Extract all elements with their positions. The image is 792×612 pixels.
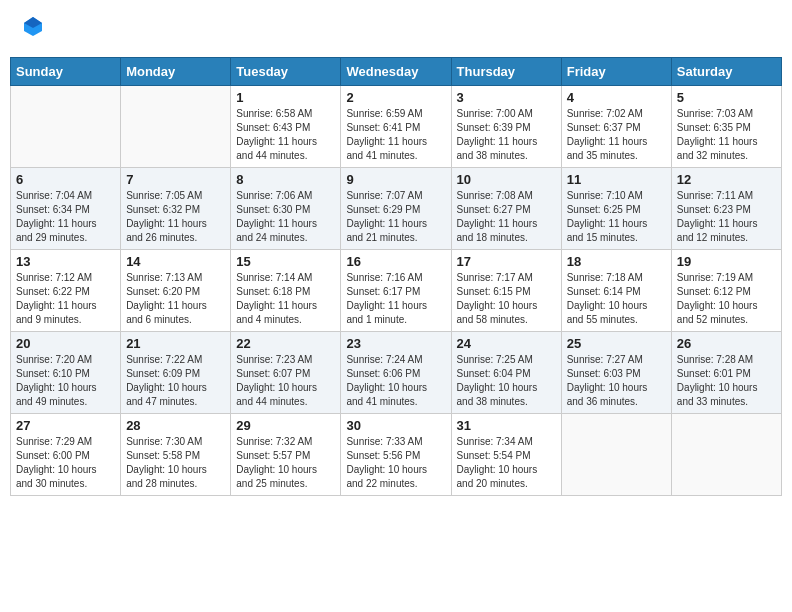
day-info: Sunrise: 7:20 AM Sunset: 6:10 PM Dayligh… bbox=[16, 353, 115, 409]
day-number: 11 bbox=[567, 172, 666, 187]
calendar-cell: 8Sunrise: 7:06 AM Sunset: 6:30 PM Daylig… bbox=[231, 167, 341, 249]
day-info: Sunrise: 7:30 AM Sunset: 5:58 PM Dayligh… bbox=[126, 435, 225, 491]
weekday-header-tuesday: Tuesday bbox=[231, 57, 341, 85]
weekday-header-wednesday: Wednesday bbox=[341, 57, 451, 85]
day-number: 3 bbox=[457, 90, 556, 105]
day-number: 31 bbox=[457, 418, 556, 433]
weekday-header-saturday: Saturday bbox=[671, 57, 781, 85]
logo-icon bbox=[22, 15, 44, 37]
calendar-cell: 18Sunrise: 7:18 AM Sunset: 6:14 PM Dayli… bbox=[561, 249, 671, 331]
calendar-week-row: 6Sunrise: 7:04 AM Sunset: 6:34 PM Daylig… bbox=[11, 167, 782, 249]
calendar-week-row: 27Sunrise: 7:29 AM Sunset: 6:00 PM Dayli… bbox=[11, 413, 782, 495]
day-number: 24 bbox=[457, 336, 556, 351]
day-number: 19 bbox=[677, 254, 776, 269]
day-info: Sunrise: 7:12 AM Sunset: 6:22 PM Dayligh… bbox=[16, 271, 115, 327]
day-info: Sunrise: 7:34 AM Sunset: 5:54 PM Dayligh… bbox=[457, 435, 556, 491]
day-number: 25 bbox=[567, 336, 666, 351]
day-number: 1 bbox=[236, 90, 335, 105]
day-number: 13 bbox=[16, 254, 115, 269]
day-info: Sunrise: 7:33 AM Sunset: 5:56 PM Dayligh… bbox=[346, 435, 445, 491]
calendar-cell: 12Sunrise: 7:11 AM Sunset: 6:23 PM Dayli… bbox=[671, 167, 781, 249]
day-number: 5 bbox=[677, 90, 776, 105]
calendar-cell bbox=[561, 413, 671, 495]
day-number: 8 bbox=[236, 172, 335, 187]
calendar-cell: 23Sunrise: 7:24 AM Sunset: 6:06 PM Dayli… bbox=[341, 331, 451, 413]
weekday-header-sunday: Sunday bbox=[11, 57, 121, 85]
calendar-cell: 9Sunrise: 7:07 AM Sunset: 6:29 PM Daylig… bbox=[341, 167, 451, 249]
calendar-cell: 22Sunrise: 7:23 AM Sunset: 6:07 PM Dayli… bbox=[231, 331, 341, 413]
calendar-cell bbox=[11, 85, 121, 167]
day-number: 14 bbox=[126, 254, 225, 269]
calendar-cell: 16Sunrise: 7:16 AM Sunset: 6:17 PM Dayli… bbox=[341, 249, 451, 331]
calendar-cell: 31Sunrise: 7:34 AM Sunset: 5:54 PM Dayli… bbox=[451, 413, 561, 495]
day-info: Sunrise: 7:25 AM Sunset: 6:04 PM Dayligh… bbox=[457, 353, 556, 409]
calendar-cell bbox=[671, 413, 781, 495]
day-info: Sunrise: 7:28 AM Sunset: 6:01 PM Dayligh… bbox=[677, 353, 776, 409]
day-info: Sunrise: 7:05 AM Sunset: 6:32 PM Dayligh… bbox=[126, 189, 225, 245]
day-number: 2 bbox=[346, 90, 445, 105]
day-info: Sunrise: 7:22 AM Sunset: 6:09 PM Dayligh… bbox=[126, 353, 225, 409]
calendar-week-row: 13Sunrise: 7:12 AM Sunset: 6:22 PM Dayli… bbox=[11, 249, 782, 331]
calendar-table: SundayMondayTuesdayWednesdayThursdayFrid… bbox=[10, 57, 782, 496]
calendar-cell: 2Sunrise: 6:59 AM Sunset: 6:41 PM Daylig… bbox=[341, 85, 451, 167]
calendar-cell: 5Sunrise: 7:03 AM Sunset: 6:35 PM Daylig… bbox=[671, 85, 781, 167]
day-info: Sunrise: 7:14 AM Sunset: 6:18 PM Dayligh… bbox=[236, 271, 335, 327]
day-info: Sunrise: 7:06 AM Sunset: 6:30 PM Dayligh… bbox=[236, 189, 335, 245]
day-info: Sunrise: 7:08 AM Sunset: 6:27 PM Dayligh… bbox=[457, 189, 556, 245]
day-info: Sunrise: 7:17 AM Sunset: 6:15 PM Dayligh… bbox=[457, 271, 556, 327]
day-number: 7 bbox=[126, 172, 225, 187]
calendar-cell: 4Sunrise: 7:02 AM Sunset: 6:37 PM Daylig… bbox=[561, 85, 671, 167]
day-number: 15 bbox=[236, 254, 335, 269]
day-number: 27 bbox=[16, 418, 115, 433]
day-info: Sunrise: 7:18 AM Sunset: 6:14 PM Dayligh… bbox=[567, 271, 666, 327]
day-info: Sunrise: 7:00 AM Sunset: 6:39 PM Dayligh… bbox=[457, 107, 556, 163]
calendar-cell: 14Sunrise: 7:13 AM Sunset: 6:20 PM Dayli… bbox=[121, 249, 231, 331]
day-number: 23 bbox=[346, 336, 445, 351]
day-number: 6 bbox=[16, 172, 115, 187]
calendar-cell: 30Sunrise: 7:33 AM Sunset: 5:56 PM Dayli… bbox=[341, 413, 451, 495]
calendar-cell: 28Sunrise: 7:30 AM Sunset: 5:58 PM Dayli… bbox=[121, 413, 231, 495]
day-number: 22 bbox=[236, 336, 335, 351]
day-info: Sunrise: 7:24 AM Sunset: 6:06 PM Dayligh… bbox=[346, 353, 445, 409]
calendar-cell: 25Sunrise: 7:27 AM Sunset: 6:03 PM Dayli… bbox=[561, 331, 671, 413]
day-info: Sunrise: 7:16 AM Sunset: 6:17 PM Dayligh… bbox=[346, 271, 445, 327]
day-info: Sunrise: 7:19 AM Sunset: 6:12 PM Dayligh… bbox=[677, 271, 776, 327]
day-info: Sunrise: 7:32 AM Sunset: 5:57 PM Dayligh… bbox=[236, 435, 335, 491]
day-number: 29 bbox=[236, 418, 335, 433]
day-info: Sunrise: 7:07 AM Sunset: 6:29 PM Dayligh… bbox=[346, 189, 445, 245]
calendar-cell: 20Sunrise: 7:20 AM Sunset: 6:10 PM Dayli… bbox=[11, 331, 121, 413]
page-header bbox=[10, 10, 782, 47]
calendar-cell: 21Sunrise: 7:22 AM Sunset: 6:09 PM Dayli… bbox=[121, 331, 231, 413]
day-info: Sunrise: 7:10 AM Sunset: 6:25 PM Dayligh… bbox=[567, 189, 666, 245]
calendar-cell: 1Sunrise: 6:58 AM Sunset: 6:43 PM Daylig… bbox=[231, 85, 341, 167]
day-number: 20 bbox=[16, 336, 115, 351]
weekday-header-thursday: Thursday bbox=[451, 57, 561, 85]
calendar-cell: 13Sunrise: 7:12 AM Sunset: 6:22 PM Dayli… bbox=[11, 249, 121, 331]
day-info: Sunrise: 6:58 AM Sunset: 6:43 PM Dayligh… bbox=[236, 107, 335, 163]
day-number: 26 bbox=[677, 336, 776, 351]
calendar-week-row: 20Sunrise: 7:20 AM Sunset: 6:10 PM Dayli… bbox=[11, 331, 782, 413]
day-info: Sunrise: 7:03 AM Sunset: 6:35 PM Dayligh… bbox=[677, 107, 776, 163]
calendar-cell: 29Sunrise: 7:32 AM Sunset: 5:57 PM Dayli… bbox=[231, 413, 341, 495]
day-number: 30 bbox=[346, 418, 445, 433]
day-info: Sunrise: 7:11 AM Sunset: 6:23 PM Dayligh… bbox=[677, 189, 776, 245]
day-info: Sunrise: 7:13 AM Sunset: 6:20 PM Dayligh… bbox=[126, 271, 225, 327]
day-number: 12 bbox=[677, 172, 776, 187]
day-info: Sunrise: 7:02 AM Sunset: 6:37 PM Dayligh… bbox=[567, 107, 666, 163]
day-info: Sunrise: 7:27 AM Sunset: 6:03 PM Dayligh… bbox=[567, 353, 666, 409]
calendar-cell: 6Sunrise: 7:04 AM Sunset: 6:34 PM Daylig… bbox=[11, 167, 121, 249]
day-info: Sunrise: 6:59 AM Sunset: 6:41 PM Dayligh… bbox=[346, 107, 445, 163]
day-number: 18 bbox=[567, 254, 666, 269]
day-info: Sunrise: 7:04 AM Sunset: 6:34 PM Dayligh… bbox=[16, 189, 115, 245]
calendar-cell: 3Sunrise: 7:00 AM Sunset: 6:39 PM Daylig… bbox=[451, 85, 561, 167]
day-info: Sunrise: 7:23 AM Sunset: 6:07 PM Dayligh… bbox=[236, 353, 335, 409]
day-number: 28 bbox=[126, 418, 225, 433]
calendar-cell: 24Sunrise: 7:25 AM Sunset: 6:04 PM Dayli… bbox=[451, 331, 561, 413]
calendar-cell: 7Sunrise: 7:05 AM Sunset: 6:32 PM Daylig… bbox=[121, 167, 231, 249]
day-number: 16 bbox=[346, 254, 445, 269]
calendar-week-row: 1Sunrise: 6:58 AM Sunset: 6:43 PM Daylig… bbox=[11, 85, 782, 167]
day-number: 9 bbox=[346, 172, 445, 187]
calendar-cell: 11Sunrise: 7:10 AM Sunset: 6:25 PM Dayli… bbox=[561, 167, 671, 249]
calendar-cell: 27Sunrise: 7:29 AM Sunset: 6:00 PM Dayli… bbox=[11, 413, 121, 495]
weekday-header-row: SundayMondayTuesdayWednesdayThursdayFrid… bbox=[11, 57, 782, 85]
